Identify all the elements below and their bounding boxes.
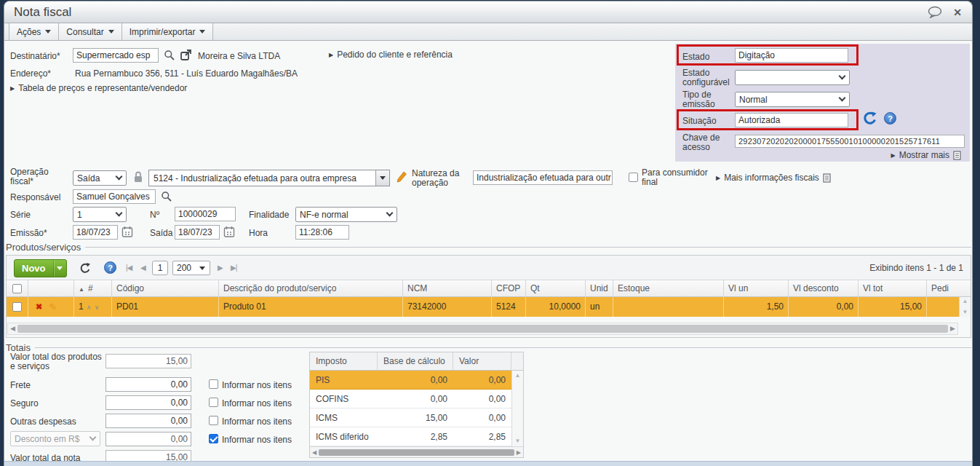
natureza-operacao-input[interactable]: Industrialização efetuada para outr: [473, 170, 613, 185]
mais-informacoes-fiscais-link[interactable]: ▶ Mais informações fiscais: [716, 173, 831, 183]
help-icon[interactable]: ?: [104, 261, 116, 274]
col-header-vl-tot[interactable]: Vl tot: [859, 280, 927, 297]
calendar-icon[interactable]: [223, 226, 235, 238]
col-header-vl-un[interactable]: Vl un: [724, 280, 789, 297]
col-header-cfop[interactable]: CFOP: [492, 280, 526, 297]
cell-ncm: 73142000: [403, 297, 492, 317]
col-header-pedido[interactable]: Pedi: [927, 280, 959, 297]
delete-row-icon[interactable]: ✖: [36, 302, 42, 312]
col-header-descricao[interactable]: Descrição do produto/serviço: [219, 280, 403, 297]
seguro-informar-checkbox[interactable]: [209, 398, 218, 407]
refresh-icon[interactable]: [862, 111, 877, 126]
items-count-info: Exibindo itens 1 - 1 de 1: [869, 263, 963, 273]
col-header-imposto[interactable]: Imposto: [310, 352, 378, 371]
table-row[interactable]: COFINS 0,00 0,00: [310, 390, 511, 408]
vertical-scrollbar[interactable]: ▲ ▼: [511, 352, 523, 446]
estado-field[interactable]: Digitação: [735, 48, 848, 63]
page-number-box[interactable]: 1: [152, 261, 168, 275]
edit-row-icon[interactable]: ✎: [49, 301, 57, 312]
menu-imprimir-exportar[interactable]: Imprimir/exportar: [122, 23, 213, 40]
desconto-input[interactable]: 0,00: [105, 432, 191, 446]
col-header-valor[interactable]: Valor: [453, 352, 511, 371]
horizontal-scrollbar[interactable]: ◀ ▶: [310, 446, 523, 457]
scroll-left-icon[interactable]: ◀: [10, 325, 15, 332]
outras-informar-checkbox[interactable]: [209, 416, 218, 425]
page-prev-button[interactable]: ◀: [140, 264, 146, 272]
tabela-precos-link[interactable]: ▶ Tabela de preços e representante/vende…: [10, 83, 187, 93]
desconto-select[interactable]: Desconto em R$: [10, 431, 100, 446]
menu-acoes[interactable]: Ações: [9, 23, 59, 40]
frete-informar-checkbox[interactable]: [209, 379, 218, 389]
select-all-checkbox[interactable]: [12, 284, 22, 293]
emissao-input[interactable]: 18/07/23: [73, 225, 118, 240]
finalidade-select[interactable]: NF-e normal: [295, 207, 397, 222]
serie-select[interactable]: 1: [73, 207, 127, 222]
scrollbar-thumb[interactable]: [17, 325, 948, 333]
pedido-cliente-link[interactable]: ▶ Pedido do cliente e referência: [329, 50, 453, 60]
desconto-informar-checkbox[interactable]: [209, 434, 218, 443]
search-icon[interactable]: [161, 191, 172, 202]
col-header-unid[interactable]: Unid: [586, 280, 613, 297]
hora-input[interactable]: 11:28:06: [295, 225, 349, 240]
responsavel-input[interactable]: Samuel Gonçalves: [73, 189, 156, 204]
outras-despesas-input[interactable]: 0,00: [105, 414, 191, 428]
col-header-codigo[interactable]: Código: [112, 280, 219, 297]
col-header-num[interactable]: ▲#: [74, 280, 112, 297]
seguro-input[interactable]: 0,00: [105, 395, 191, 410]
page-last-button[interactable]: ▶|: [231, 264, 236, 272]
novo-dropdown-arrow[interactable]: [54, 260, 66, 277]
col-header-base[interactable]: Base de cálculo: [378, 352, 453, 371]
estado-configuravel-select[interactable]: [735, 70, 850, 85]
scroll-left-icon[interactable]: ◀: [312, 449, 316, 456]
search-icon[interactable]: [164, 50, 175, 61]
frete-input[interactable]: 0,00: [105, 377, 191, 392]
tipo-emissao-select[interactable]: Normal: [735, 92, 850, 107]
mostrar-mais-link[interactable]: ▶ Mostrar mais: [891, 150, 962, 160]
table-row[interactable]: ICMS diferido 2,85 2,85: [310, 427, 511, 446]
table-row[interactable]: ICMS 15,00 0,00: [310, 408, 511, 427]
move-row-up-icon[interactable]: ∧: [87, 304, 92, 311]
move-row-down-icon[interactable]: ∨: [95, 304, 100, 311]
page-first-button[interactable]: |◀: [126, 264, 132, 272]
help-icon[interactable]: ?: [884, 112, 896, 125]
situacao-field[interactable]: Autorizada: [735, 113, 848, 127]
scroll-right-icon[interactable]: ▶: [950, 325, 955, 332]
scroll-right-icon[interactable]: ▶: [517, 449, 521, 456]
col-header-qt[interactable]: Qt: [526, 280, 586, 297]
open-external-icon[interactable]: [180, 49, 192, 61]
scroll-up-icon[interactable]: ▲: [515, 373, 521, 379]
col-header-estoque[interactable]: Estoque: [613, 280, 724, 297]
scrollbar-thumb[interactable]: [319, 449, 514, 456]
comment-icon[interactable]: [927, 6, 944, 18]
combo-dropdown-button[interactable]: [375, 170, 389, 186]
row-checkbox[interactable]: [12, 302, 22, 312]
destinatario-input[interactable]: Supermercado esp: [73, 48, 159, 63]
menu-consultar[interactable]: Consultar: [59, 23, 121, 40]
numero-input[interactable]: 10000029: [175, 207, 236, 221]
page-size-select[interactable]: 200: [172, 261, 210, 275]
table-row[interactable]: PIS 0,00 0,00: [310, 371, 511, 390]
col-header-ncm[interactable]: NCM: [403, 280, 492, 297]
scroll-up-icon[interactable]: ▲: [963, 299, 968, 304]
novo-button[interactable]: Novo: [14, 259, 67, 277]
horizontal-scrollbar[interactable]: ◀ ▶: [7, 323, 958, 335]
edit-pencil-icon[interactable]: [396, 170, 407, 183]
chave-acesso-input[interactable]: 2923072020202000017555001010000020152571…: [735, 135, 965, 148]
valor-produtos-field[interactable]: 15,00: [105, 354, 191, 368]
page-next-button[interactable]: ▶: [218, 264, 223, 272]
scroll-down-icon[interactable]: ▼: [963, 309, 968, 315]
cfop-combo[interactable]: 5124 - Industrialização efetuada para ou…: [148, 170, 390, 186]
consumidor-final-checkbox[interactable]: [629, 173, 638, 182]
endereco-label: Endereço*: [10, 68, 51, 79]
scroll-down-icon[interactable]: ▼: [515, 438, 521, 444]
operacao-tipo-select[interactable]: Saída: [73, 170, 127, 186]
table-row[interactable]: ✖ ✎ 1∧ ∨ PD01 Produto 01 73142000 5124 1…: [7, 297, 959, 317]
saida-input[interactable]: 18/07/23: [175, 225, 220, 240]
close-icon[interactable]: ✕: [953, 7, 962, 18]
select-all-header[interactable]: [7, 280, 28, 297]
vertical-scrollbar[interactable]: ▲ ▼: [959, 280, 971, 317]
col-header-vl-desconto[interactable]: Vl desconto: [789, 280, 859, 297]
cell-codigo: PD01: [112, 297, 219, 317]
refresh-list-icon[interactable]: [79, 262, 91, 275]
calendar-icon[interactable]: [121, 226, 133, 238]
